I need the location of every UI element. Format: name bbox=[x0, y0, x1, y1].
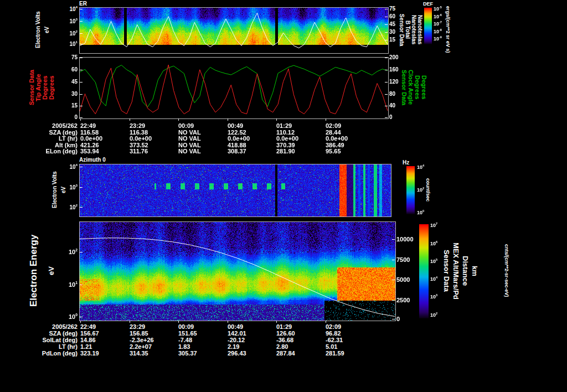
az-y-tick-mark-2 bbox=[80, 207, 83, 208]
energy-colorbar-unit: cnts/(cm**2-sr-sec-eV) bbox=[504, 221, 509, 320]
angles-x-tick-4 bbox=[276, 118, 277, 121]
tip-tick-3: 30 bbox=[71, 91, 78, 97]
clock-tick-4: 40 bbox=[389, 103, 395, 109]
azimuth-colorbar bbox=[406, 166, 415, 214]
ephem2-cell-0-0: 22:49 bbox=[80, 324, 96, 330]
ephem2-cell-4-5: 281.59 bbox=[326, 350, 344, 357]
er-colorbar-title: DEF bbox=[423, 2, 433, 7]
en-cb-tick-4: 103 bbox=[430, 294, 437, 300]
ephem1-row-label-4: ELon (deg) bbox=[46, 148, 78, 154]
ephem2-cell-4-2: 305.37 bbox=[178, 350, 197, 357]
az-y-tick-mark-0 bbox=[80, 167, 83, 167]
ephem2-cell-3-0: 1.21 bbox=[80, 344, 92, 350]
tip-tick-0: 75 bbox=[71, 55, 78, 60]
ephem2-cell-1-2: 151.65 bbox=[178, 331, 197, 337]
azimuth-panel-title: Azimuth 0 bbox=[79, 157, 106, 163]
er-y-tick-mark-0 bbox=[80, 9, 83, 9]
clock-label-degrees-1: Degrees bbox=[414, 57, 420, 118]
alt-tick-0: 10000 bbox=[396, 236, 414, 243]
ephem2-cell-1-4: 126.60 bbox=[276, 331, 295, 337]
azimuth-colorbar-title: Hz bbox=[403, 160, 409, 166]
clock-label-degrees-2: Degrees bbox=[421, 57, 427, 118]
er-ylabel-electron-volts: Electron Volts bbox=[35, 7, 41, 53]
ephem2-row-label-2: SolLat (deg) bbox=[42, 337, 78, 343]
er-cb-tick-4: 10-9 bbox=[434, 36, 442, 42]
ephem2-cell-1-3: 142.01 bbox=[228, 331, 246, 337]
az-y-tick-mark-1 bbox=[80, 187, 83, 188]
er-y-tick-mark-1 bbox=[80, 21, 83, 22]
en-y-tick-mark-2 bbox=[80, 317, 83, 317]
er-colorbar bbox=[424, 8, 432, 44]
tip-tick-mark-5 bbox=[80, 117, 83, 118]
energy-x-tick-1 bbox=[130, 321, 130, 323]
tip-label-degrees-1: Degrees bbox=[42, 57, 48, 118]
er-bt-tick-3: 30 bbox=[389, 29, 395, 35]
azimuth-ylabel-ev: eV bbox=[61, 164, 66, 216]
tip-label-tip-angle: Tip Angle bbox=[35, 57, 42, 118]
alt-tick-mark-0 bbox=[392, 239, 395, 240]
az-cb-tick-0: 104 bbox=[417, 164, 424, 170]
er-right-label-sensor-data: Sensor Data bbox=[399, 7, 404, 53]
ephem2-cell-2-2: -7.48 bbox=[178, 337, 192, 343]
angles-plot-canvas bbox=[79, 57, 389, 119]
az-y-tick-1: 103 bbox=[69, 184, 78, 190]
clock-tick-mark-0 bbox=[385, 58, 388, 58]
er-bt-tick-mark-0 bbox=[385, 9, 388, 9]
ephem1-cell-4-5: 95.65 bbox=[326, 148, 341, 154]
er-bt-tick-2: 45 bbox=[389, 22, 395, 27]
er-bt-tick-4: 15 bbox=[389, 37, 395, 43]
tip-tick-mark-0 bbox=[80, 58, 83, 58]
ephem2-cell-4-4: 287.84 bbox=[276, 350, 295, 357]
er-y-tick-mark-3 bbox=[80, 44, 83, 44]
er-bt-tick-mark-2 bbox=[385, 24, 388, 25]
ephem2-row-label-4: PdLon (deg) bbox=[42, 350, 78, 357]
ephem1-cell-0-0: 22:49 bbox=[80, 123, 96, 129]
er-bt-tick-mark-1 bbox=[385, 17, 388, 17]
tip-label-degrees-2: Degrees bbox=[49, 57, 55, 118]
tip-tick-1: 60 bbox=[71, 67, 78, 73]
ephem2-row-label-1: SZA (deg) bbox=[49, 331, 78, 337]
azimuth-ylabel-electron-volts: Electron Volts bbox=[52, 164, 58, 216]
clock-tick-mark-2 bbox=[385, 82, 388, 82]
alt-tick-mark-3 bbox=[392, 300, 395, 301]
ephem2-cell-1-1: 156.85 bbox=[130, 331, 148, 337]
en-cb-tick-2: 105 bbox=[430, 259, 437, 264]
az-y-tick-2: 102 bbox=[69, 204, 78, 210]
ephem2-cell-4-1: 314.35 bbox=[130, 350, 148, 357]
er-colorbar-unit: ergs/(cm**2 sr eV s) bbox=[445, 3, 450, 55]
clock-tick-mark-1 bbox=[385, 70, 388, 70]
ephem2-cell-2-3: -20.12 bbox=[228, 337, 245, 343]
angles-x-tick-2 bbox=[178, 118, 179, 121]
ephem1-cell-0-1: 23:29 bbox=[130, 123, 145, 129]
alt-tick-mark-1 bbox=[392, 260, 395, 260]
ephem2-cell-1-0: 156.67 bbox=[80, 331, 99, 337]
az-y-tick-0: 104 bbox=[69, 163, 78, 169]
tip-tick-mark-1 bbox=[80, 70, 83, 70]
ephem1-cell-4-4: 281.90 bbox=[276, 148, 295, 154]
clock-label-clock-angle: Clock Angle bbox=[408, 57, 414, 118]
tip-tick-2: 45 bbox=[71, 79, 78, 85]
ephem2-cell-2-0: 14.86 bbox=[80, 337, 96, 343]
energy-ylabel-electron-energy: Electron Energy bbox=[29, 221, 38, 320]
clock-label-sensor-data: Sensor Data bbox=[401, 57, 407, 118]
er-y-tick-2: 102 bbox=[69, 30, 78, 36]
en-cb-tick-1: 106 bbox=[430, 241, 437, 246]
ephem2-cell-0-1: 23:29 bbox=[130, 324, 145, 330]
ephem1-cell-2-1: 0.0e+00 bbox=[130, 136, 152, 142]
clock-tick-mark-5 bbox=[385, 117, 388, 118]
ephem2-cell-2-4: -36.68 bbox=[276, 337, 293, 343]
ephem2-cell-3-3: 2.19 bbox=[228, 344, 239, 350]
ephem2-cell-0-4: 01:29 bbox=[276, 324, 292, 330]
ephem1-cell-0-4: 01:29 bbox=[276, 123, 292, 129]
ephem1-cell-4-3: 308.37 bbox=[228, 148, 246, 154]
ephem1-cell-2-0: 0.0e+00 bbox=[80, 136, 102, 142]
er-y-tick-mark-2 bbox=[80, 33, 83, 34]
er-ylabel-ev: eV bbox=[44, 7, 50, 53]
ephem1-row-label-0: 2005/262 bbox=[52, 123, 78, 129]
ephem2-cell-3-5: 5.01 bbox=[326, 344, 337, 350]
ephem1-cell-2-5: 0.0e+00 bbox=[326, 136, 348, 142]
er-right-label-nanoteslas-2: Nanoteslas bbox=[417, 7, 422, 53]
er-bt-tick-mark-3 bbox=[385, 32, 388, 33]
energy-ylabel-ev: eV bbox=[48, 221, 55, 320]
energy-right-label-mex-alt: MEX Alt/Mars/Pd bbox=[452, 221, 460, 320]
